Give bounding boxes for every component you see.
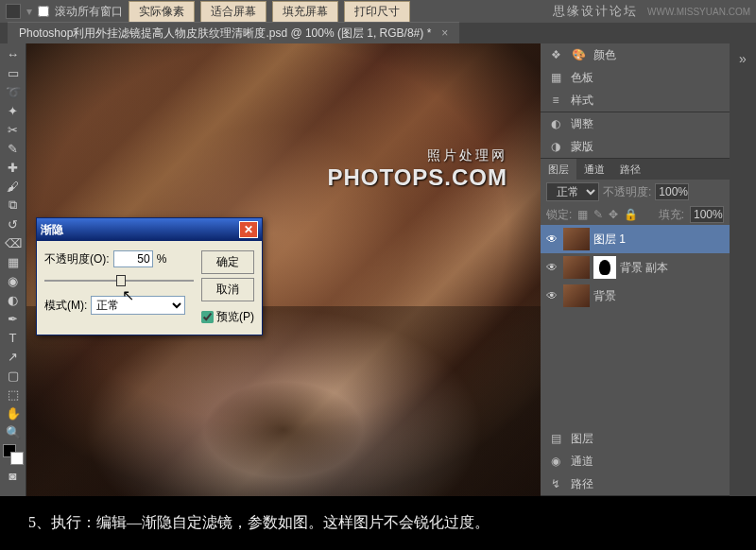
- opacity-row: 不透明度(O): %: [44, 250, 194, 267]
- layer-thumb: [563, 256, 590, 279]
- layer-list: 👁图层 1👁背景 副本👁背景: [541, 225, 730, 310]
- close-button[interactable]: ✕: [239, 221, 258, 238]
- photoshop-window: ▾ 滚动所有窗口 实际像素 适合屏幕 填充屏幕 打印尺寸 思缘设计论坛 WWW.…: [0, 0, 756, 496]
- adjust-icon: ◐: [548, 116, 563, 131]
- step-caption: 5、执行：编辑—渐隐自定滤镜，参数如图。这样图片不会锐化过度。: [0, 496, 756, 550]
- hand-tool-icon[interactable]: [6, 4, 21, 19]
- lock-paint-icon[interactable]: ✎: [593, 208, 603, 221]
- watermark-en: PHOTOPS.COM: [327, 164, 507, 191]
- pen-tool-icon[interactable]: ✒: [3, 310, 24, 327]
- eraser-tool-icon[interactable]: ⌫: [3, 234, 24, 251]
- lock-move-icon[interactable]: ✥: [609, 208, 618, 221]
- bottom-group: ▤图层 ◉通道 ↯路径: [541, 427, 730, 496]
- layer-name: 图层 1: [593, 232, 626, 248]
- mask-icon: ◑: [548, 139, 563, 154]
- blend-mode-select[interactable]: 正常: [546, 182, 599, 201]
- history-brush-icon[interactable]: ↺: [3, 215, 24, 232]
- panel-row[interactable]: ◑蒙版: [541, 135, 730, 158]
- panel-row[interactable]: ▦色板: [541, 66, 730, 89]
- topbar-right: 思缘设计论坛 WWW.MISSYUAN.COM: [553, 3, 750, 20]
- eyedropper-tool-icon[interactable]: ✎: [3, 140, 24, 157]
- 3d-tool-icon[interactable]: ⬚: [3, 386, 24, 403]
- stamp-tool-icon[interactable]: ⧉: [3, 197, 24, 214]
- panel-row[interactable]: ◉通道: [541, 450, 730, 473]
- document-tabs: Photoshop利用外挂滤镜提高人物皮肤纹理清晰度.psd @ 100% (图…: [0, 23, 756, 43]
- layer-row[interactable]: 👁图层 1: [541, 225, 730, 253]
- panel-row[interactable]: ❖🎨颜色: [541, 43, 730, 66]
- layer-thumb: [563, 228, 590, 250]
- fit-screen-button[interactable]: 适合屏幕: [200, 1, 266, 23]
- palette-icon: 🎨: [571, 47, 586, 62]
- mode-row: 模式(M): 正常: [44, 296, 194, 315]
- visibility-icon[interactable]: 👁: [544, 232, 559, 246]
- dialog-titlebar[interactable]: 渐隐 ✕: [37, 218, 262, 241]
- opacity-input[interactable]: [113, 250, 153, 267]
- channels-icon: ◉: [548, 454, 563, 469]
- opacity-slider[interactable]: ↖: [44, 273, 194, 288]
- gradient-tool-icon[interactable]: ▦: [3, 253, 24, 270]
- dialog-title: 渐隐: [41, 222, 63, 238]
- cursor-icon: ↖: [122, 286, 134, 304]
- marquee-tool-icon[interactable]: ▭: [3, 64, 24, 81]
- panel-row[interactable]: ▤图层: [541, 427, 730, 450]
- background-color[interactable]: [10, 452, 24, 465]
- layer-options: 正常 不透明度: 100%: [541, 180, 730, 204]
- blur-tool-icon[interactable]: ◉: [3, 272, 24, 289]
- layers-tabs: 图层 通道 路径: [541, 159, 730, 180]
- watermark-cn: 照片处理网: [327, 147, 507, 164]
- lasso-tool-icon[interactable]: ➰: [3, 83, 24, 100]
- collapse-icon[interactable]: »: [732, 49, 753, 68]
- document-tab[interactable]: Photoshop利用外挂滤镜提高人物皮肤纹理清晰度.psd @ 100% (图…: [8, 22, 459, 44]
- move-tool-icon[interactable]: ↔: [3, 45, 24, 62]
- preview-input[interactable]: [201, 311, 214, 323]
- layer-row[interactable]: 👁背景: [541, 282, 730, 310]
- lock-trans-icon[interactable]: ▦: [577, 208, 588, 221]
- percent-label: %: [157, 252, 167, 266]
- hand-tool-icon2[interactable]: ✋: [3, 404, 24, 421]
- dialog-right: 确定 取消 预览(P): [201, 250, 254, 325]
- lock-all-icon[interactable]: 🔒: [624, 208, 638, 221]
- tab-title: Photoshop利用外挂滤镜提高人物皮肤纹理清晰度.psd @ 100% (图…: [19, 26, 431, 40]
- visibility-icon[interactable]: 👁: [544, 289, 559, 302]
- fill-value[interactable]: 100%: [690, 206, 724, 223]
- wand-tool-icon[interactable]: ✦: [3, 102, 24, 119]
- cancel-button[interactable]: 取消: [201, 278, 254, 301]
- layer-mask: [593, 256, 616, 279]
- layer-row[interactable]: 👁背景 副本: [541, 253, 730, 282]
- dodge-tool-icon[interactable]: ◐: [3, 291, 24, 308]
- fill-screen-button[interactable]: 填充屏幕: [272, 1, 338, 23]
- zoom-tool-icon[interactable]: 🔍: [3, 423, 24, 440]
- color-swatch[interactable]: [3, 444, 24, 465]
- color-group: ❖🎨颜色 ▦色板 ≡样式: [541, 43, 730, 112]
- mode-label: 模式(M):: [44, 298, 87, 314]
- quickmask-icon[interactable]: ◙: [3, 467, 24, 484]
- brush-tool-icon[interactable]: 🖌: [3, 178, 24, 195]
- panel-row[interactable]: ↯路径: [541, 473, 730, 495]
- panel-row[interactable]: ◐调整: [541, 112, 730, 135]
- options-left: ▾ 滚动所有窗口 实际像素 适合屏幕 填充屏幕 打印尺寸: [6, 1, 410, 23]
- opacity-label: 不透明度(O):: [44, 251, 110, 267]
- options-bar: ▾ 滚动所有窗口 实际像素 适合屏幕 填充屏幕 打印尺寸 思缘设计论坛 WWW.…: [0, 0, 756, 23]
- preview-checkbox[interactable]: 预览(P): [201, 309, 254, 325]
- tab-channels[interactable]: 通道: [576, 159, 612, 180]
- print-size-button[interactable]: 打印尺寸: [344, 1, 410, 23]
- slider-handle[interactable]: [116, 275, 126, 286]
- scroll-all-checkbox[interactable]: [38, 6, 49, 17]
- layer-name: 背景: [593, 288, 616, 304]
- ok-button[interactable]: 确定: [201, 250, 254, 274]
- close-icon[interactable]: ×: [441, 26, 448, 40]
- tab-paths[interactable]: 路径: [612, 159, 648, 180]
- actual-pixels-button[interactable]: 实际像素: [129, 1, 195, 23]
- crop-tool-icon[interactable]: ✂: [3, 121, 24, 138]
- swatch-icon: ▦: [548, 70, 563, 85]
- opacity-value[interactable]: 100%: [655, 183, 689, 200]
- panel-row[interactable]: ≡样式: [541, 89, 730, 112]
- visibility-icon[interactable]: 👁: [544, 261, 559, 274]
- layer-name: 背景 副本: [620, 260, 668, 276]
- heal-tool-icon[interactable]: ✚: [3, 159, 24, 176]
- tab-layers[interactable]: 图层: [541, 159, 576, 180]
- mode-select[interactable]: 正常: [91, 296, 185, 315]
- type-tool-icon[interactable]: T: [3, 329, 24, 346]
- path-tool-icon[interactable]: ↗: [3, 348, 24, 365]
- shape-tool-icon[interactable]: ▢: [3, 367, 24, 384]
